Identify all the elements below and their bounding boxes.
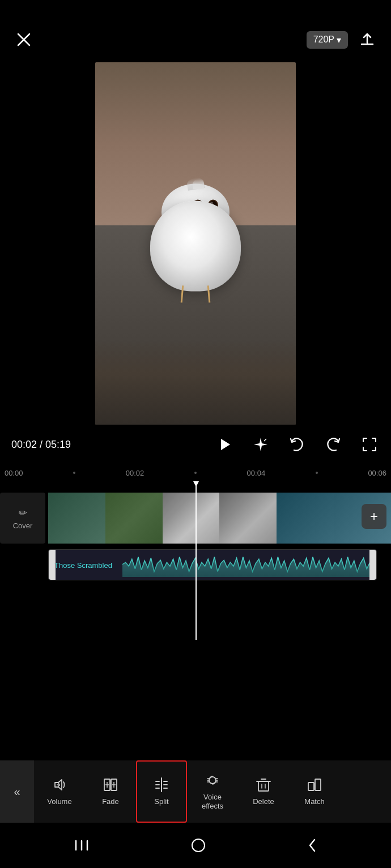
home-button[interactable] (190, 837, 206, 853)
thumbnail-5 (277, 493, 334, 544)
auto-enhance-button[interactable] (250, 434, 271, 455)
thumbnail-3 (163, 493, 220, 544)
upload-icon (359, 32, 375, 48)
fade-label: Fade (102, 797, 119, 806)
time-separator: / (37, 439, 45, 450)
timeline-ruler: 00:00 00:02 00:04 00:06 (0, 464, 391, 481)
playhead[interactable] (196, 481, 197, 640)
bottom-toolbar: « Volume (0, 760, 391, 823)
menu-icon (73, 839, 90, 852)
menu-button[interactable] (73, 839, 90, 852)
current-time: 00:02 (11, 439, 37, 450)
ruler-mark-4: 00:04 (247, 469, 266, 477)
ruler-dot-3 (194, 472, 197, 474)
volume-icon (52, 777, 67, 793)
ruler-mark-6: 00:06 (368, 469, 386, 477)
playback-bar: 00:02 / 05:19 (0, 425, 391, 464)
sparkle-icon (252, 435, 270, 454)
toolbar-items: Volume Fade (34, 760, 391, 823)
home-bar (0, 823, 391, 868)
svg-marker-2 (221, 439, 230, 450)
svg-line-4 (264, 439, 266, 441)
close-icon (16, 32, 32, 48)
video-track[interactable]: + (48, 493, 391, 544)
track-area: ✏ Cover + Those Scrambled (0, 481, 391, 640)
undo-icon (288, 436, 305, 453)
timecode-display: 00:02 / 05:19 (11, 439, 71, 451)
resolution-button[interactable]: 720P ▾ (307, 31, 348, 49)
match-label: Match (304, 797, 324, 806)
double-chevron-left-icon: « (14, 785, 20, 798)
back-icon (307, 837, 318, 853)
thumbnail-1 (48, 493, 105, 544)
toolbar-item-delete[interactable]: Delete (238, 760, 289, 823)
add-clip-button[interactable]: + (362, 504, 386, 529)
match-icon (307, 777, 322, 793)
delete-label: Delete (253, 797, 274, 806)
toolbar-item-split[interactable]: Split (136, 760, 187, 823)
volume-label: Volume (47, 797, 71, 806)
export-button[interactable] (355, 27, 380, 52)
fade-icon (103, 777, 118, 793)
ruler-dot-5 (316, 472, 318, 474)
voice-effects-icon (205, 772, 220, 788)
close-button[interactable] (11, 27, 36, 52)
audio-track[interactable]: Those Scrambled (48, 549, 377, 580)
audio-right-handle[interactable] (369, 550, 376, 580)
cover-label: Cover (13, 521, 33, 530)
playback-controls (214, 434, 380, 455)
top-bar: 720P ▾ (0, 0, 391, 62)
bird-illustration (139, 183, 252, 308)
undo-button[interactable] (287, 434, 307, 455)
play-button[interactable] (214, 434, 235, 455)
chevron-down-icon: ▾ (337, 35, 341, 45)
thumbnail-4 (219, 493, 277, 544)
toolbar-item-fade[interactable]: Fade (85, 760, 136, 823)
toolbar-item-match[interactable]: Match (289, 760, 340, 823)
split-icon (154, 777, 169, 793)
back-button[interactable] (307, 837, 318, 853)
ruler-mark-0: 00:00 (5, 469, 23, 477)
play-icon (215, 435, 233, 454)
audio-waveform (122, 553, 376, 577)
toolbar-item-voice-effects[interactable]: Voice effects (187, 760, 238, 823)
toolbar-item-volume[interactable]: Volume (34, 760, 85, 823)
home-icon (190, 837, 206, 853)
toolbar-back-button[interactable]: « (0, 760, 34, 823)
top-right-controls: 720P ▾ (307, 27, 380, 52)
video-frame (95, 62, 296, 425)
svg-point-38 (192, 839, 205, 852)
ruler-dot-1 (73, 472, 75, 474)
audio-track-label: Those Scrambled (54, 561, 112, 569)
fullscreen-button[interactable] (359, 434, 380, 455)
svg-rect-34 (315, 779, 321, 790)
ruler-mark-2: 00:02 (126, 469, 144, 477)
redo-button[interactable] (323, 434, 343, 455)
cover-track[interactable]: ✏ Cover (0, 493, 45, 544)
total-time: 05:19 (45, 439, 71, 450)
redo-icon (325, 436, 342, 453)
thumbnail-2 (105, 493, 163, 544)
video-preview (95, 62, 296, 425)
delete-icon (256, 777, 271, 793)
edit-icon: ✏ (19, 507, 27, 519)
resolution-label: 720P (313, 35, 334, 45)
svg-rect-29 (258, 781, 269, 791)
fullscreen-icon (361, 436, 378, 453)
svg-rect-33 (308, 783, 314, 790)
ruler-marks: 00:00 00:02 00:04 00:06 (0, 469, 391, 477)
voice-effects-label: Voice effects (202, 793, 223, 810)
split-label: Split (154, 797, 168, 806)
